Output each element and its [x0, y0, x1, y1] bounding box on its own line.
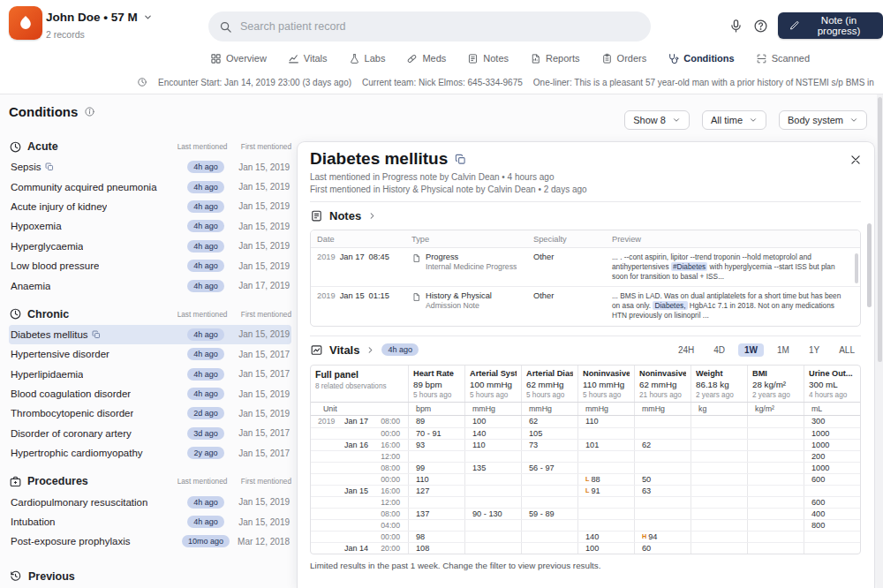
vitals-row-time: 12:00: [311, 451, 408, 462]
close-icon[interactable]: [849, 154, 862, 166]
vitals-row-time: 08:00: [311, 509, 408, 519]
tab-1m[interactable]: 1M: [771, 343, 796, 357]
condition-marker-icon: [455, 154, 466, 165]
last-mentioned-badge: 4h ago: [187, 516, 224, 528]
vital-column-heart-rate[interactable]: Heart Rate89 bpm5 hours ago: [408, 366, 464, 402]
help-icon: [753, 19, 768, 34]
filter-all-time[interactable]: All time: [702, 110, 766, 130]
vitals-icon: [288, 53, 299, 64]
condition-row-acute-injury-of-kidney[interactable]: Acute injury of kidney4h agoJan 15, 2019: [9, 197, 291, 216]
condition-row-hyperglycaemia[interactable]: Hyperglycaemia4h agoJan 15, 2019: [9, 237, 291, 256]
condition-row-diabetes-mellitus[interactable]: Diabetes mellitus4h agoJan 15, 2019: [9, 325, 291, 344]
filter-body-system[interactable]: Body system: [779, 110, 867, 130]
dictation-button[interactable]: [728, 18, 743, 34]
help-button[interactable]: [752, 18, 768, 34]
condition-row-anaemia[interactable]: Anaemia4h agoJan 17, 2019: [9, 275, 291, 295]
tab-24h[interactable]: 24H: [672, 343, 700, 357]
vital-column-arterial-diastolic[interactable]: Arterial Diastolic62 mmHg5 hours ago: [521, 366, 577, 402]
vital-value-cell: [634, 428, 691, 439]
vital-value-cell: 93: [408, 440, 464, 450]
note-preview: ... BMS in LAD. Was on dual antiplatelet…: [606, 291, 860, 320]
condition-row-post-exposure-prophylaxis[interactable]: Post-exposure prophylaxis10mo agoMar 12,…: [9, 531, 291, 551]
condition-marker-icon: [45, 162, 54, 171]
chronic-section-icon: [9, 307, 22, 320]
page-scrollbar-thumb[interactable]: [878, 97, 882, 362]
first-mentioned-date: Jan 15, 2017: [233, 428, 290, 438]
vital-value-cell: [691, 474, 747, 485]
condition-row-hypertensive-disorder[interactable]: Hypertensive disorder4h agoJan 15, 2017: [9, 344, 291, 364]
vital-value-cell: 73: [521, 440, 577, 450]
vital-column-urine-out[interactable]: Urine Out...300 mL4 hours ago: [804, 366, 860, 402]
nav-item-vitals[interactable]: Vitals: [288, 53, 328, 64]
last-mentioned-badge: 4h ago: [187, 328, 224, 341]
vital-value-cell: 110: [408, 474, 464, 485]
nav-item-label: Orders: [617, 53, 647, 64]
patient-selector[interactable]: John Doe • 57 M: [46, 11, 153, 24]
section-header-chronic: ChronicLast mentionedFirst mentioned: [9, 304, 291, 325]
tab-1y[interactable]: 1Y: [803, 343, 826, 357]
nav-item-label: Overview: [226, 53, 267, 64]
vital-value-cell: [464, 451, 521, 462]
condition-row-hypoxemia[interactable]: Hypoxemia4h agoJan 15, 2019: [9, 216, 291, 236]
condition-row-low-blood-pressure[interactable]: Low blood pressure4h agoJan 15, 2019: [9, 256, 291, 275]
nav-item-orders[interactable]: Orders: [601, 53, 647, 64]
procedures-section-icon: [9, 475, 22, 488]
condition-row-hyperlipidaemia[interactable]: Hyperlipidaemia4h agoJan 15, 2017: [9, 365, 291, 384]
condition-row-intubation[interactable]: Intubation4h agoJan 15, 2019: [9, 512, 291, 531]
last-mentioned-badge: 4h ago: [187, 348, 224, 360]
vital-column-bmi[interactable]: BMI28 kg/m²2 years ago: [747, 366, 804, 402]
vital-value-cell: [464, 486, 521, 496]
info-icon[interactable]: [84, 106, 95, 117]
nav-item-labs[interactable]: Labs: [349, 53, 386, 64]
nav-item-overview[interactable]: Overview: [210, 53, 267, 64]
nav-item-reports[interactable]: Reports: [530, 53, 580, 64]
vitals-expand-icon[interactable]: [366, 345, 375, 355]
note-row[interactable]: 2019Jan 1501:15History & PhysicalAdmissi…: [311, 286, 860, 325]
condition-label: Diabetes mellitus: [11, 329, 88, 340]
condition-row-disorder-of-coronary-artery[interactable]: Disorder of coronary artery3d agoJan 15,…: [9, 424, 291, 443]
search-bar[interactable]: [208, 11, 651, 41]
condition-row-sepsis[interactable]: Sepsis4h agoJan 15, 2019: [9, 157, 291, 177]
note-type: ProgressInternal Medicine Progress: [405, 253, 527, 281]
detail-scrollbar[interactable]: [867, 223, 872, 307]
last-mentioned-column-header: Last mentioned: [175, 310, 230, 319]
app-logo[interactable]: [9, 6, 42, 40]
current-team: Current team: Nick Elmos: 645-334-9675: [362, 78, 523, 87]
page-scrollbar[interactable]: [877, 94, 883, 588]
vital-value-cell: [408, 497, 464, 508]
tab-1w[interactable]: 1W: [738, 343, 764, 357]
filter-show-8[interactable]: Show 8: [624, 110, 690, 130]
condition-row-blood-coagulation-disorder[interactable]: Blood coagulation disorder4h agoJan 15, …: [9, 384, 291, 403]
one-liner: One-liner: This is a pleasant 57 year-ol…: [533, 78, 874, 87]
condition-row-cardiopulmonary-resuscitation[interactable]: Cardiopulmonary resuscitation4h agoJan 1…: [9, 492, 291, 511]
condition-label: Hypertensive disorder: [11, 349, 109, 359]
vital-column-noninvasive-di[interactable]: Noninvasive Di...62 mmHg21 hours ago: [634, 366, 691, 402]
condition-row-hypertrophic-cardiomyopathy[interactable]: Hypertrophic cardiomyopathy2y agoJan 15,…: [9, 443, 291, 463]
last-mentioned-badge: 4h ago: [187, 220, 224, 232]
vitals-row-time: 00:00: [311, 474, 408, 485]
nav-item-conditions[interactable]: Conditions: [668, 53, 734, 64]
vital-column-weight[interactable]: Weight86.18 kg2 years ago: [691, 366, 747, 402]
nav-item-notes[interactable]: Notes: [467, 53, 509, 64]
vitals-data-row: 08:0013790 - 13059 - 89400: [311, 508, 860, 519]
vital-value-cell: [577, 463, 634, 473]
notes-col-specialty: Specialty: [527, 235, 606, 244]
vital-value-cell: [521, 531, 577, 542]
tab-4d[interactable]: 4D: [707, 343, 731, 357]
nav-item-meds[interactable]: Meds: [406, 53, 446, 64]
notes-scrollbar[interactable]: [855, 253, 858, 283]
condition-row-community-acquired-pneumonia[interactable]: Community acquired pneumonia4h agoJan 15…: [9, 177, 291, 196]
notes-expand-icon[interactable]: [367, 211, 377, 221]
nav-item-scanned[interactable]: Scanned: [756, 53, 810, 64]
last-mentioned-badge: 4h ago: [187, 496, 224, 509]
filter-label: All time: [711, 115, 743, 125]
previous-section[interactable]: Previous: [0, 564, 297, 588]
note-in-progress-button[interactable]: Note (in progress): [778, 12, 883, 39]
tab-all[interactable]: ALL: [833, 343, 861, 357]
search-input[interactable]: [240, 20, 640, 33]
note-row[interactable]: 2019Jan 1708:45ProgressInternal Medicine…: [311, 248, 860, 286]
vital-column-arterial-systolic[interactable]: Arterial Systolic100 mmHg5 hours ago: [464, 366, 521, 402]
condition-row-thrombocytopenic-disorder[interactable]: Thrombocytopenic disorder2d agoJan 15, 2…: [9, 403, 291, 423]
vital-value-cell: [634, 520, 691, 531]
vital-column-noninvasive-sy[interactable]: Noninvasive Sy...110 mmHg5 hours ago: [577, 366, 634, 402]
